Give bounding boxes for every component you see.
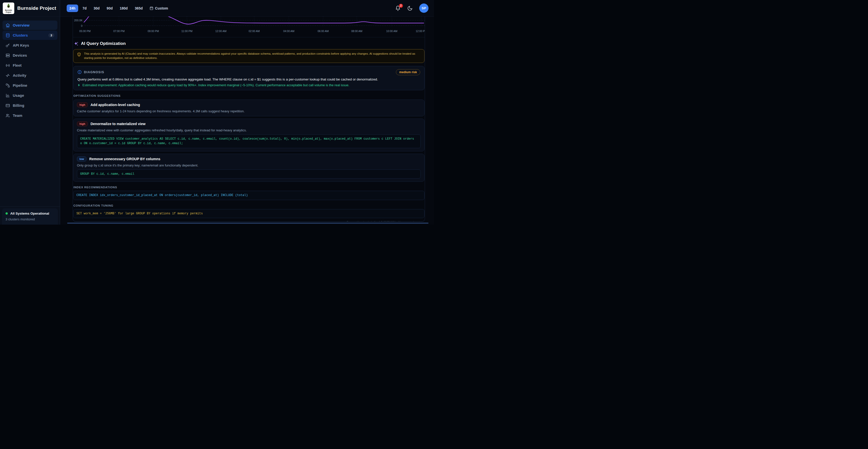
sidebar-item-devices[interactable]: Devices [2, 51, 57, 60]
range-button-7d[interactable]: 7d [80, 4, 89, 12]
sidebar-item-overview[interactable]: Overview [2, 21, 57, 30]
suggestion-card: high Denormalize to materialized view Cr… [73, 119, 425, 151]
suggestion-description: Create materialized view with customer a… [77, 128, 421, 132]
risk-badge: medium risk [396, 69, 420, 75]
sidebar-item-clusters[interactable]: Clusters 3 [2, 31, 57, 40]
chart-x-tick: 09:00 PM [148, 30, 159, 33]
shield-alert-icon [77, 52, 81, 57]
sidebar-item-usage[interactable]: Usage [2, 91, 57, 100]
chart-y-tick: 200.0K [73, 19, 83, 22]
chart-x-tick: 11:00 PM [181, 30, 192, 33]
index-recommendations-label: INDEX RECOMMENDATIONS [73, 186, 425, 189]
ai-query-optimization-section: AI Query Optimization This analysis is g… [73, 41, 425, 221]
info-icon [78, 70, 82, 74]
index-recommendation-code: CREATE INDEX idx_orders_customer_id_plac… [73, 191, 425, 200]
custom-range-label: Custom [155, 6, 168, 10]
sidebar-item-pipeline[interactable]: Pipeline [2, 81, 57, 90]
range-button-180d[interactable]: 180d [117, 4, 130, 12]
overview-card: 200.0K0 05:00 PM07:00 PM09:00 PM11:00 PM… [73, 17, 425, 221]
server-icon [5, 53, 10, 58]
sidebar-nav: Overview Clusters 3 API Keys Devices [0, 17, 60, 120]
usage-chart-svg [73, 17, 425, 29]
workflow-icon [5, 83, 10, 88]
sidebar-item-label: Usage [13, 93, 24, 97]
calendar-icon [150, 6, 153, 10]
clusters-count-badge: 3 [49, 33, 54, 37]
suggestion-description: Only group by c.id since it's the primar… [77, 163, 421, 167]
sidebar-item-label: Team [13, 113, 22, 118]
configuration-tuning-code: SET work_mem = '256MB' for large GROUP B… [73, 209, 425, 218]
custom-range-button[interactable]: Custom [147, 4, 170, 12]
bar-chart-icon [5, 93, 10, 98]
sidebar-item-fleet[interactable]: Fleet [2, 61, 57, 70]
time-range-nav: 24h 7d 30d 90d 180d 365d Custom 2 [60, 0, 434, 16]
range-button-24h[interactable]: 24h [67, 4, 78, 12]
ai-footer-attribution: Powered by claude-haiku-4-5-20251001 · A… [73, 220, 425, 221]
status-title: All Systems Operational [10, 212, 49, 215]
suggestion-description: Cache customer analytics for 1-24 hours … [77, 109, 421, 113]
sidebar-item-api-keys[interactable]: API Keys [2, 40, 57, 50]
home-icon [5, 23, 10, 28]
suggestion-sql-code: CREATE MATERIALIZED VIEW customer_analyt… [77, 134, 421, 148]
range-button-30d[interactable]: 30d [91, 4, 102, 12]
zap-icon [78, 84, 81, 87]
top-bar-actions: 2 SP [395, 3, 434, 13]
chart-x-tick: 04:00 AM [283, 30, 294, 33]
ai-section-title: AI Query Optimization [81, 41, 126, 46]
section-divider [73, 37, 425, 37]
sidebar-item-label: Fleet [13, 63, 22, 67]
suggestion-title: Denormalize to materialized view [90, 122, 145, 126]
sidebar-item-team[interactable]: Team [2, 111, 57, 120]
horizontal-scrollbar[interactable] [67, 222, 429, 223]
sidebar-item-billing[interactable]: Billing [2, 101, 57, 110]
theme-toggle-button[interactable] [407, 5, 413, 11]
chart-x-tick: 02:00 AM [249, 30, 259, 33]
diagnosis-label: DIAGNOSIS [84, 70, 104, 74]
range-button-90d[interactable]: 90d [104, 4, 116, 12]
database-icon [5, 33, 10, 38]
moon-icon [407, 5, 413, 11]
user-avatar[interactable]: SP [419, 3, 429, 13]
chart-x-tick: 12:00 AM [215, 30, 226, 33]
app-window: Burnside Project Burnside Project 24h 7d… [0, 0, 434, 224]
credit-card-icon [5, 103, 10, 108]
main-content: 200.0K0 05:00 PM07:00 PM09:00 PM11:00 PM… [60, 17, 434, 224]
ai-disclaimer-banner: This analysis is generated by AI (Claude… [73, 49, 425, 63]
notifications-button[interactable]: 2 [395, 5, 401, 11]
status-ok-dot [5, 212, 8, 215]
key-icon [5, 43, 10, 48]
users-icon [5, 113, 10, 118]
sidebar-item-label: Billing [13, 103, 24, 108]
brand-block: Burnside Project Burnside Project [0, 0, 60, 16]
chart-x-tick: 07:00 PM [113, 30, 125, 33]
top-bar: Burnside Project Burnside Project 24h 7d… [0, 0, 434, 17]
sidebar-item-label: Activity [13, 73, 26, 78]
chart-x-tick: 08:00 AM [351, 30, 362, 33]
sidebar-item-label: Pipeline [13, 83, 27, 88]
configuration-tuning-label: CONFIGURATION TUNING [73, 204, 425, 207]
sidebar-item-label: Devices [13, 53, 27, 57]
suggestion-card: high Add application-level caching Cache… [73, 99, 425, 116]
sidebar-item-label: API Keys [13, 43, 29, 48]
chart-x-tick: 05:00 PM [80, 30, 91, 33]
diagnosis-text: Query performs well at 0.86ms but is cal… [78, 78, 420, 81]
sidebar-item-label: Overview [13, 23, 30, 27]
sidebar: Overview Clusters 3 API Keys Devices [0, 17, 60, 224]
sparkles-icon [74, 41, 79, 46]
suggestion-card: low Remove unnecessary GROUP BY columns … [73, 154, 425, 182]
sidebar-item-activity[interactable]: Activity [2, 71, 57, 80]
avocado-icon [6, 3, 11, 9]
chart-x-tick: 06:00 AM [317, 30, 329, 33]
chart-x-tick: 10:00 AM [386, 30, 397, 33]
priority-badge: low [77, 156, 87, 161]
sidebar-item-label: Clusters [13, 33, 28, 37]
suggestion-sql-code: GROUP BY c.id, c.name, c.email [77, 170, 421, 179]
radio-icon [5, 63, 10, 68]
notification-count-badge: 2 [399, 4, 403, 8]
system-status-card: All Systems Operational 3 clusters monit… [2, 208, 58, 224]
page-title: Burnside Project [17, 5, 56, 11]
status-subtitle: 3 clusters monitored [5, 217, 54, 221]
chart-x-tick: 12:00 PM [416, 30, 425, 33]
usage-chart: 200.0K0 05:00 PM07:00 PM09:00 PM11:00 PM… [73, 17, 425, 37]
range-button-365d[interactable]: 365d [132, 4, 146, 12]
